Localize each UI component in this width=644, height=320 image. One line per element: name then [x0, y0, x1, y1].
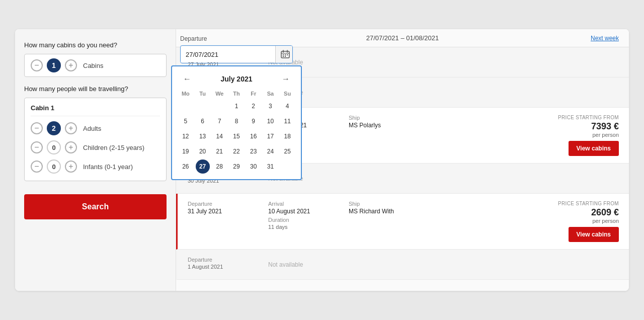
calendar-week-row: 19202122232425	[177, 144, 296, 159]
cal-day-empty	[179, 99, 193, 113]
cal-day-16[interactable]: 16	[247, 129, 261, 143]
cal-day-25[interactable]: 25	[280, 144, 294, 158]
ship-title: Ship	[349, 201, 439, 207]
cabin-decrement-button[interactable]: −	[31, 59, 43, 71]
calendar-week-row: 262728293031	[177, 159, 296, 174]
cal-day-14[interactable]: 14	[212, 129, 226, 143]
adults-count-value: 2	[47, 121, 61, 135]
result-price-col: PRICE STARTING FROM 7393 € per person Vi…	[439, 115, 619, 156]
result-departure-col: Departure 1 August 2021	[188, 257, 268, 272]
cal-day-19[interactable]: 19	[179, 144, 193, 158]
infants-row: − 0 + Infants (0-1 year)	[31, 159, 160, 174]
not-available-text: Not available	[268, 261, 303, 268]
cal-day-31[interactable]: 31	[263, 159, 277, 174]
not-available-col: Not available	[268, 54, 619, 70]
price-label: PRICE STARTING FROM	[558, 201, 619, 206]
date-input[interactable]	[181, 47, 275, 62]
result-price-col: PRICE STARTING FROM 2609 € per person Vi…	[439, 201, 619, 242]
cal-day-7[interactable]: 7	[212, 114, 226, 128]
cal-day-23[interactable]: 23	[247, 144, 261, 158]
cal-day-1[interactable]: 1	[229, 99, 244, 113]
search-button[interactable]: Search	[24, 194, 167, 219]
calendar-week-row: 1234	[177, 99, 296, 114]
cal-day-30[interactable]: 30	[247, 159, 261, 174]
arrival-title: Arrival	[268, 201, 349, 207]
view-cabins-button[interactable]: View cabins	[569, 141, 619, 156]
cal-day-8[interactable]: 8	[229, 114, 244, 128]
cal-day-10[interactable]: 10	[263, 114, 277, 128]
cal-day-29[interactable]: 29	[229, 159, 244, 174]
price-label: PRICE STARTING FROM	[558, 115, 619, 120]
cal-day-17[interactable]: 17	[263, 129, 277, 143]
cal-day-9[interactable]: 9	[247, 114, 261, 128]
ship-name: MS Richard With	[349, 208, 439, 215]
calendar-week-row: 12131415161718	[177, 129, 296, 144]
cal-day-21[interactable]: 21	[212, 144, 226, 158]
departure-label: Departure	[180, 35, 293, 42]
cal-day-26[interactable]: 26	[179, 159, 193, 174]
cal-day-27[interactable]: 27	[196, 159, 210, 174]
adults-decrement-button[interactable]: −	[31, 122, 43, 134]
people-question-label: How many people will be travelling?	[24, 85, 167, 93]
svg-rect-5	[285, 54, 286, 55]
next-week-link[interactable]: Next week	[591, 35, 619, 42]
children-count-value: 0	[47, 140, 61, 154]
cal-day-empty	[280, 159, 294, 174]
cal-day-12[interactable]: 12	[179, 129, 193, 143]
cal-header-sa: Sa	[262, 89, 279, 99]
cal-day-6[interactable]: 6	[196, 114, 210, 128]
departure-calendar-area: Departure	[171, 29, 302, 180]
departure-title: Departure	[188, 201, 268, 207]
children-increment-button[interactable]: +	[65, 141, 77, 153]
children-decrement-button[interactable]: −	[31, 141, 43, 153]
cal-header-tu: Tu	[194, 89, 211, 99]
cal-header-fr: Fr	[245, 89, 262, 99]
cal-day-2[interactable]: 2	[247, 99, 261, 113]
cal-header-we: We	[211, 89, 228, 99]
children-row: − 0 + Children (2-15 years)	[31, 140, 160, 154]
cabin-count-value: 1	[47, 58, 61, 72]
cal-day-empty	[212, 99, 226, 113]
cal-day-11[interactable]: 11	[280, 114, 294, 128]
cal-day-15[interactable]: 15	[229, 129, 244, 143]
calendar-popup: ← July 2021 → Mo Tu We Th Fr Sa Su	[171, 65, 302, 180]
not-available-col: Not available	[268, 257, 619, 272]
departure-date: 31 July 2021	[188, 208, 268, 215]
cabin-increment-button[interactable]: +	[65, 59, 77, 71]
cal-day-20[interactable]: 20	[196, 144, 210, 158]
price-value: 2609 €	[591, 207, 619, 218]
cal-day-24[interactable]: 24	[263, 144, 277, 158]
results-date-range: 27/07/2021 – 01/08/2021	[333, 34, 472, 42]
duration-title: Duration	[268, 217, 349, 223]
svg-rect-7	[283, 56, 284, 57]
calendar-next-button[interactable]: →	[279, 73, 293, 85]
view-cabins-button[interactable]: View cabins	[569, 227, 619, 242]
infants-increment-button[interactable]: +	[65, 161, 77, 173]
result-arrival-col: Arrival 10 August 2021 Duration 11 days	[268, 201, 349, 242]
duration-value: 11 days	[268, 224, 349, 230]
cal-day-28[interactable]: 28	[212, 159, 226, 174]
svg-rect-6	[287, 54, 288, 55]
ship-title: Ship	[349, 115, 439, 121]
cal-day-13[interactable]: 13	[196, 129, 210, 143]
calendar-prev-button[interactable]: ←	[180, 73, 194, 85]
adults-increment-button[interactable]: +	[65, 122, 77, 134]
cal-day-5[interactable]: 5	[179, 114, 193, 128]
departure-date: 1 August 2021	[188, 264, 268, 270]
infants-decrement-button[interactable]: −	[31, 161, 43, 173]
calendar-month-title: July 2021	[198, 75, 275, 83]
result-row: Departure 31 July 2021 Arrival 10 August…	[176, 194, 629, 250]
svg-rect-8	[285, 56, 286, 57]
cal-day-18[interactable]: 18	[280, 129, 294, 143]
cal-day-3[interactable]: 3	[263, 99, 277, 113]
price-unit: per person	[592, 218, 619, 224]
cal-day-22[interactable]: 22	[229, 144, 244, 158]
departure-title: Departure	[188, 257, 268, 263]
infants-count-value: 0	[47, 159, 61, 174]
price-unit: per person	[592, 132, 619, 138]
adults-row: − 2 + Adults	[31, 121, 160, 135]
price-value: 7393 €	[591, 121, 619, 132]
calendar-toggle-button[interactable]	[275, 46, 293, 63]
not-available-col: Not available	[268, 85, 619, 100]
cal-day-4[interactable]: 4	[280, 99, 294, 113]
